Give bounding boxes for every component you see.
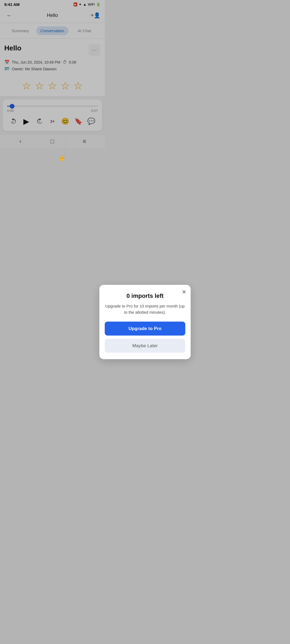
modal-backdrop[interactable] [0, 0, 105, 226]
